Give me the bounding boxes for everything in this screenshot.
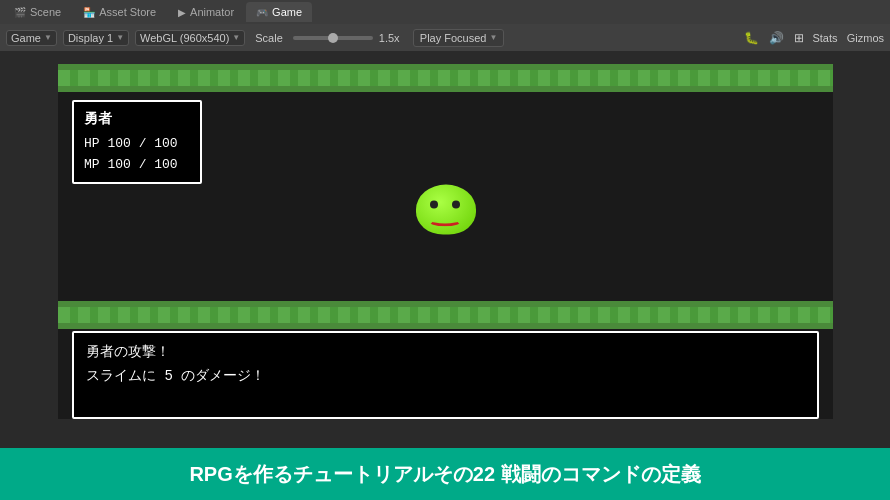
tab-asset-store[interactable]: 🏪 Asset Store bbox=[73, 2, 166, 22]
mp-row: MP 100 / 100 bbox=[84, 155, 190, 176]
game-icon: 🎮 bbox=[256, 7, 268, 18]
scene-icon: 🎬 bbox=[14, 7, 26, 18]
dark-right-border bbox=[833, 64, 890, 419]
play-focused-chevron: ▼ bbox=[489, 33, 497, 42]
scale-value: 1.5x bbox=[379, 32, 407, 44]
webgl-dropdown-chevron: ▼ bbox=[232, 33, 240, 42]
game-dropdown-label: Game bbox=[11, 32, 41, 44]
tab-game-label: Game bbox=[272, 6, 302, 18]
tab-scene[interactable]: 🎬 Scene bbox=[4, 2, 71, 22]
gizmos-label: Gizmos bbox=[847, 32, 884, 44]
tab-animator[interactable]: ▶ Animator bbox=[168, 2, 244, 22]
status-box: 勇者 HP 100 / 100 MP 100 / 100 bbox=[72, 100, 202, 184]
slime-eye-right bbox=[452, 200, 460, 208]
slime-character bbox=[416, 184, 476, 239]
slime-mouth bbox=[428, 214, 462, 226]
slime-sprite bbox=[416, 184, 476, 239]
webgl-dropdown-label: WebGL (960x540) bbox=[140, 32, 229, 44]
game-area: 勇者 HP 100 / 100 MP 100 / 100 bbox=[0, 52, 890, 500]
green-strip-top bbox=[58, 64, 833, 92]
game-canvas[interactable]: 勇者 HP 100 / 100 MP 100 / 100 bbox=[58, 64, 833, 419]
mp-current: 100 bbox=[107, 157, 130, 172]
display-dropdown-label: Display 1 bbox=[68, 32, 113, 44]
mp-slash: / bbox=[139, 157, 155, 172]
dark-left-border bbox=[0, 64, 58, 419]
toolbar: Game ▼ Display 1 ▼ WebGL (960x540) ▼ Sca… bbox=[0, 24, 890, 52]
dialog-line-2: スライムに 5 のダメージ！ bbox=[86, 365, 805, 389]
tab-scene-label: Scene bbox=[30, 6, 61, 18]
slime-eye-left bbox=[430, 200, 438, 208]
tab-bar: 🎬 Scene 🏪 Asset Store ▶ Animator 🎮 Game bbox=[0, 0, 890, 24]
slime-body bbox=[416, 184, 476, 234]
mp-label: MP bbox=[84, 157, 100, 172]
webgl-dropdown[interactable]: WebGL (960x540) ▼ bbox=[135, 30, 245, 46]
scale-text: Scale bbox=[255, 32, 283, 44]
audio-icon-button[interactable]: 🔊 bbox=[767, 29, 786, 47]
green-strip-bottom bbox=[58, 301, 833, 329]
hp-row: HP 100 / 100 bbox=[84, 134, 190, 155]
hp-current: 100 bbox=[107, 136, 130, 151]
character-name: 勇者 bbox=[84, 108, 190, 130]
toolbar-right: 🐛 🔊 ⊞ Stats Gizmos bbox=[742, 29, 884, 47]
grid-icon-button[interactable]: ⊞ bbox=[792, 29, 806, 47]
stats-label: Stats bbox=[812, 32, 837, 44]
asset-store-icon: 🏪 bbox=[83, 7, 95, 18]
animator-icon: ▶ bbox=[178, 7, 186, 18]
display-dropdown[interactable]: Display 1 ▼ bbox=[63, 30, 129, 46]
dialog-line-1: 勇者の攻撃！ bbox=[86, 341, 805, 365]
tab-animator-label: Animator bbox=[190, 6, 234, 18]
bottom-banner-text: RPGを作るチュートリアルその22 戦闘のコマンドの定義 bbox=[189, 461, 700, 488]
scale-slider[interactable] bbox=[293, 36, 373, 40]
mp-max: 100 bbox=[154, 157, 177, 172]
scale-slider-thumb bbox=[328, 33, 338, 43]
play-focused-button[interactable]: Play Focused ▼ bbox=[413, 29, 505, 47]
play-focused-label: Play Focused bbox=[420, 32, 487, 44]
stats-gizmos-label: Stats Gizmos bbox=[812, 32, 884, 44]
display-dropdown-chevron: ▼ bbox=[116, 33, 124, 42]
hp-slash: / bbox=[139, 136, 155, 151]
game-dropdown[interactable]: Game ▼ bbox=[6, 30, 57, 46]
bottom-banner: RPGを作るチュートリアルその22 戦闘のコマンドの定義 bbox=[0, 448, 890, 500]
hp-label: HP bbox=[84, 136, 100, 151]
game-dropdown-chevron: ▼ bbox=[44, 33, 52, 42]
dark-top-border bbox=[0, 52, 890, 64]
dialog-box: 勇者の攻撃！ スライムに 5 のダメージ！ bbox=[72, 331, 819, 419]
bug-icon-button[interactable]: 🐛 bbox=[742, 29, 761, 47]
scale-label: Scale bbox=[251, 30, 287, 46]
tab-asset-store-label: Asset Store bbox=[99, 6, 156, 18]
tab-game[interactable]: 🎮 Game bbox=[246, 2, 312, 22]
green-strip-inner-bottom bbox=[58, 307, 833, 323]
green-strip-inner-top bbox=[58, 70, 833, 86]
hp-max: 100 bbox=[154, 136, 177, 151]
